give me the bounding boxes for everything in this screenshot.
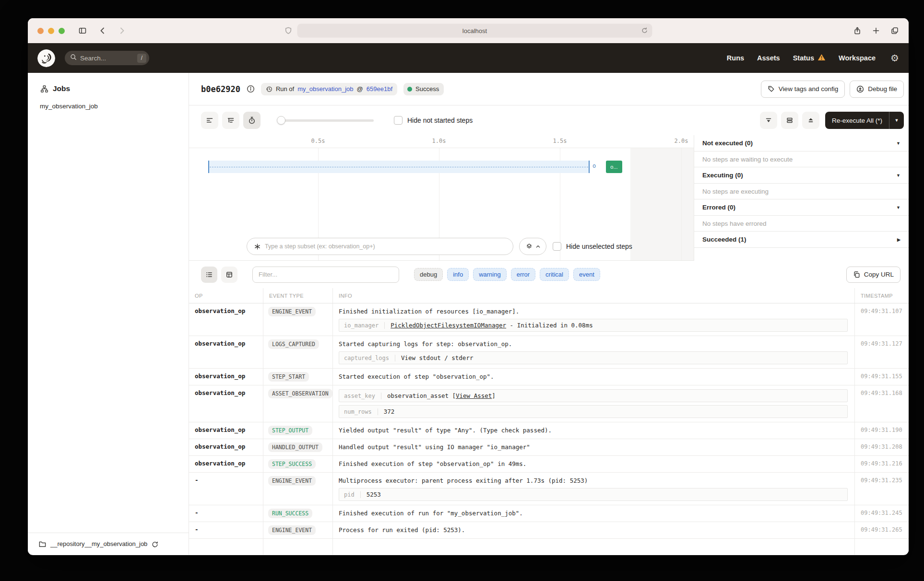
timed-view-icon[interactable] xyxy=(243,112,261,129)
info-icon[interactable] xyxy=(247,85,255,93)
table-row[interactable]: observation_op HANDLED_OUTPUT Handled ou… xyxy=(189,439,909,456)
step-subset-input-wrap[interactable] xyxy=(247,238,513,255)
graph-query-toggle-button[interactable] xyxy=(519,238,546,255)
nav-link-status[interactable]: Status xyxy=(793,54,826,62)
nav-link-assets[interactable]: Assets xyxy=(757,54,780,62)
table-row[interactable]: observation_op LOGS_CAPTURED Started cap… xyxy=(189,336,909,369)
log-op: observation_op xyxy=(189,456,263,472)
log-message: Handled output "result" using IO manager… xyxy=(339,443,849,452)
copy-url-button[interactable]: Copy URL xyxy=(846,267,900,283)
settings-gear-icon[interactable]: ⚙︎ xyxy=(890,53,899,63)
scroll-to-bottom-icon[interactable] xyxy=(760,112,777,129)
panel-section-succeeded[interactable]: Succeeded (1) ▶ xyxy=(694,232,909,248)
waterfall-view-icon[interactable] xyxy=(222,112,239,129)
reload-icon[interactable] xyxy=(641,27,649,35)
search-input[interactable] xyxy=(80,55,134,62)
step-bar-observation-op[interactable]: o... xyxy=(606,161,622,173)
hide-unselected-checkbox[interactable]: Hide unselected steps xyxy=(553,242,632,251)
sidebar-toggle-icon[interactable] xyxy=(78,26,87,35)
hide-not-started-checkbox[interactable]: Hide not started steps xyxy=(394,116,473,125)
table-row[interactable]: - RUN_SUCCESS Finished execution of run … xyxy=(189,505,909,522)
nav-link-runs[interactable]: Runs xyxy=(727,54,744,62)
reexecute-all-button[interactable]: Re-execute All (*) ▼ xyxy=(825,112,904,129)
stdout-stderr-link[interactable]: View stdout / stderr xyxy=(401,354,474,361)
log-filter-wrap[interactable] xyxy=(252,267,399,283)
app-top-nav: / Runs Assets Status Workspace ⚙︎ xyxy=(28,43,909,73)
address-bar[interactable]: localhost xyxy=(297,24,652,38)
tab-overview-icon[interactable] xyxy=(890,26,899,35)
log-message: Started execution of step "observation_o… xyxy=(339,372,849,381)
chip-event[interactable]: event xyxy=(573,268,600,281)
event-type-tag: STEP_SUCCESS xyxy=(268,459,316,469)
desktop-background: localhost xyxy=(0,0,924,581)
new-tab-icon[interactable] xyxy=(872,27,880,35)
chip-critical[interactable]: critical xyxy=(540,268,569,281)
panel-section-errored[interactable]: Errored (0) ▼ xyxy=(694,199,909,216)
reexecute-dropdown-caret[interactable]: ▼ xyxy=(889,112,904,129)
status-warning-icon xyxy=(817,54,826,62)
event-type-tag: ENGINE_EVENT xyxy=(268,307,316,316)
op-selector-icon xyxy=(254,243,261,250)
collapse-eject-icon[interactable] xyxy=(802,112,819,129)
table-row[interactable]: - ENGINE_EVENT Multiprocess executor: pa… xyxy=(189,473,909,505)
panel-section-body: No steps are executing xyxy=(694,184,909,199)
global-search[interactable]: / xyxy=(65,51,149,65)
step-status-panel: Not executed (0) ▼ No steps are waiting … xyxy=(694,135,909,261)
log-timestamp: 09:49:31.235 xyxy=(854,473,909,505)
forward-button[interactable] xyxy=(118,26,126,35)
back-button[interactable] xyxy=(98,26,107,35)
table-filler xyxy=(189,539,909,555)
log-filter-input[interactable] xyxy=(259,271,393,278)
table-row[interactable]: observation_op ENGINE_EVENT Finished ini… xyxy=(189,303,909,336)
chip-info[interactable]: info xyxy=(447,268,469,281)
run-header: b0e62920 Run of my_observation_job @ 659… xyxy=(189,73,909,105)
log-timestamp: 09:49:31.168 xyxy=(854,385,909,422)
col-header-event-type: EVENT TYPE xyxy=(263,288,332,303)
debug-file-button[interactable]: Debug file xyxy=(850,81,904,98)
panel-section-executing[interactable]: Executing (0) ▼ xyxy=(694,167,909,184)
metadata-link[interactable]: PickledObjectFilesystemIOManager xyxy=(391,322,506,329)
zoom-slider-knob[interactable] xyxy=(277,116,285,125)
log-table-header: OP EVENT TYPE INFO TIMESTAMP xyxy=(189,288,909,303)
metadata-entry: captured_logs View stdout / stderr xyxy=(339,351,848,364)
zoom-slider[interactable] xyxy=(278,119,374,122)
dagster-logo[interactable] xyxy=(37,49,55,67)
flat-view-icon[interactable] xyxy=(201,112,218,129)
table-row[interactable]: observation_op STEP_OUTPUT Yielded outpu… xyxy=(189,422,909,439)
log-message: Yielded output "result" of type "Any". (… xyxy=(339,426,849,435)
shield-icon xyxy=(284,27,293,35)
browser-window: localhost xyxy=(28,18,909,555)
zoom-window-button[interactable] xyxy=(59,28,65,34)
view-asset-link[interactable]: View Asset xyxy=(456,392,492,399)
jobs-sidebar: Jobs my_observation_job __repository__my… xyxy=(28,73,189,555)
step-subset-input[interactable] xyxy=(265,243,506,250)
checkbox-box[interactable] xyxy=(394,116,403,125)
share-icon[interactable] xyxy=(853,26,862,35)
log-structured-view-icon[interactable] xyxy=(221,267,237,283)
chip-debug[interactable]: debug xyxy=(414,268,443,281)
nav-link-workspace[interactable]: Workspace xyxy=(839,54,876,62)
expand-rows-icon[interactable] xyxy=(781,112,798,129)
log-timestamp: 09:49:31.208 xyxy=(854,439,909,455)
panel-section-body: No steps have errored xyxy=(694,216,909,232)
table-row[interactable]: observation_op STEP_START Started execut… xyxy=(189,369,909,385)
view-tags-config-button[interactable]: View tags and config xyxy=(761,81,845,98)
chip-warning[interactable]: warning xyxy=(473,268,507,281)
table-row[interactable]: observation_op STEP_SUCCESS Finished exe… xyxy=(189,456,909,473)
waiting-band xyxy=(208,161,590,173)
chip-error[interactable]: error xyxy=(511,268,535,281)
search-icon xyxy=(70,54,77,62)
minimize-window-button[interactable] xyxy=(48,28,54,34)
close-window-button[interactable] xyxy=(37,28,44,34)
sidebar-item-job[interactable]: my_observation_job xyxy=(28,93,189,110)
checkbox-box[interactable] xyxy=(553,242,561,251)
commit-link[interactable]: 659ee1bf xyxy=(367,85,392,93)
panel-section-not-executed[interactable]: Not executed (0) ▼ xyxy=(694,135,909,151)
event-type-tag: LOGS_CAPTURED xyxy=(268,339,319,349)
log-list-view-icon[interactable] xyxy=(201,267,217,283)
table-row[interactable]: - ENGINE_EVENT Process for run exited (p… xyxy=(189,522,909,539)
log-message: Started capturing logs for step: observa… xyxy=(339,340,849,349)
reload-repository-icon[interactable] xyxy=(152,541,158,547)
job-link[interactable]: my_observation_job xyxy=(297,85,353,93)
table-row[interactable]: observation_op ASSET_OBSERVATION asset_k… xyxy=(189,385,909,422)
